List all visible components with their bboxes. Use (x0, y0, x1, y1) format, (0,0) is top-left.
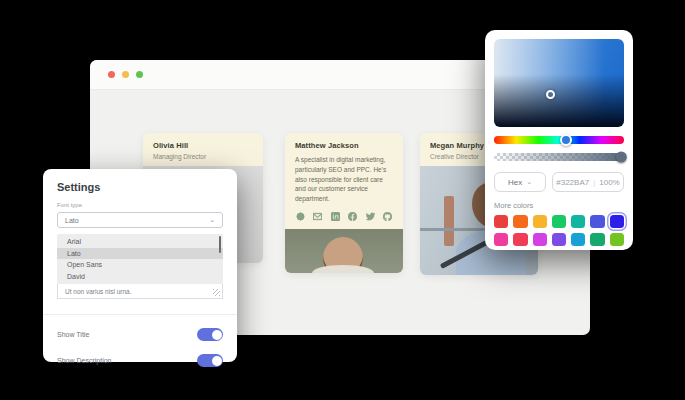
color-swatch[interactable] (610, 233, 624, 246)
color-swatch[interactable] (533, 233, 547, 246)
color-swatch[interactable] (494, 233, 508, 246)
linkedin-icon[interactable] (331, 212, 340, 221)
maximize-button[interactable] (136, 71, 143, 78)
show-title-label: Show Title (57, 331, 89, 338)
hex-value-input[interactable]: #322BA7 | 100% (552, 172, 624, 192)
font-type-select[interactable]: Lato ⌄ (57, 212, 223, 228)
color-swatch[interactable] (610, 215, 624, 228)
font-option-arial[interactable]: Arial (57, 236, 223, 248)
font-type-label: Font type (57, 202, 223, 208)
member-name: Matthew Jackson (295, 141, 393, 150)
resize-grip-icon[interactable] (213, 289, 220, 296)
show-description-toggle[interactable] (197, 354, 223, 367)
color-swatch[interactable] (571, 233, 585, 246)
color-swatch[interactable] (590, 215, 604, 228)
more-colors-label: More colors (494, 201, 624, 210)
opacity-slider[interactable] (494, 153, 624, 161)
saturation-area[interactable] (494, 39, 624, 127)
font-option-open-sans[interactable]: Open Sans (57, 259, 223, 271)
member-description: A specialist in digital marketing, parti… (295, 155, 393, 204)
card-header: Olivia Hill Managing Director (143, 133, 263, 166)
divider (43, 314, 237, 315)
facebook-icon[interactable] (348, 212, 357, 221)
color-mode-value: Hex (508, 178, 522, 187)
color-swatch[interactable] (494, 215, 508, 228)
chevron-down-icon: ⌄ (526, 178, 532, 186)
opacity-slider-handle[interactable] (616, 152, 627, 163)
team-member-card: Matthew Jackson A specialist in digital … (285, 133, 403, 273)
font-options-list: Arial Lato Open Sans David (57, 234, 223, 284)
color-swatch[interactable] (552, 215, 566, 228)
twitter-icon[interactable] (366, 212, 375, 221)
profile-photo (285, 229, 403, 273)
show-title-toggle[interactable] (197, 328, 223, 341)
github-icon[interactable] (383, 212, 392, 221)
member-role: Managing Director (153, 153, 253, 160)
color-swatch[interactable] (590, 233, 604, 246)
saturation-cursor[interactable] (546, 90, 555, 99)
website-globe-icon[interactable] (296, 212, 305, 221)
color-swatch[interactable] (552, 233, 566, 246)
minimize-button[interactable] (122, 71, 129, 78)
card-header: Matthew Jackson A specialist in digital … (285, 133, 403, 229)
font-option-lato[interactable]: Lato (57, 248, 223, 260)
show-title-row: Show Title (57, 328, 223, 341)
color-swatch[interactable] (571, 215, 585, 228)
color-swatch[interactable] (513, 233, 527, 246)
show-description-label: Show Description (57, 357, 111, 364)
text-input-value: Ut non varius nisl urna. (65, 288, 131, 295)
chevron-down-icon: ⌄ (209, 216, 215, 224)
settings-panel: Settings Font type Lato ⌄ Arial Lato Ope… (43, 169, 237, 362)
font-option-david[interactable]: David (57, 271, 223, 283)
color-mode-dropdown[interactable]: Hex ⌄ (494, 172, 546, 192)
hue-slider[interactable] (494, 136, 624, 144)
hue-slider-handle[interactable] (560, 134, 572, 146)
close-button[interactable] (108, 71, 115, 78)
color-swatch[interactable] (533, 215, 547, 228)
color-picker-panel: Hex ⌄ #322BA7 | 100% More colors (485, 30, 633, 250)
social-links-row (295, 212, 393, 223)
email-icon[interactable] (313, 212, 322, 221)
hex-code: #322BA7 (556, 178, 589, 187)
hex-input-row: Hex ⌄ #322BA7 | 100% (494, 172, 624, 192)
show-description-row: Show Description (57, 354, 223, 367)
swatch-grid (494, 215, 624, 246)
color-swatch[interactable] (513, 215, 527, 228)
scrollbar[interactable] (219, 236, 222, 253)
text-input[interactable]: Ut non varius nisl urna. (57, 284, 223, 299)
member-name: Olivia Hill (153, 141, 253, 150)
font-select-value: Lato (65, 217, 79, 224)
settings-title: Settings (57, 181, 223, 193)
opacity-value: 100% (599, 178, 619, 187)
